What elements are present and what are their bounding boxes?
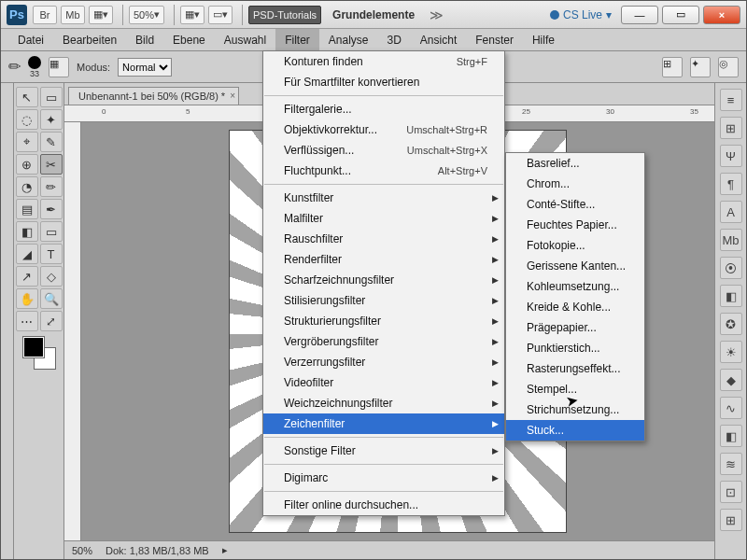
tool-5[interactable]: ✎ xyxy=(40,132,63,152)
menu-item[interactable]: Scharfzeichnungsfilter xyxy=(263,270,504,290)
opt-icon-1[interactable]: ⊞ xyxy=(662,57,683,77)
tool-12[interactable]: ◧ xyxy=(16,221,38,242)
menu-item[interactable]: Zeichenfilter xyxy=(263,413,504,434)
menu-item[interactable]: Sonstige Filter xyxy=(263,441,504,461)
submenu-item[interactable]: Feuchtes Papier... xyxy=(506,215,644,235)
menu-analyse[interactable]: Analyse xyxy=(319,29,378,50)
dock-icon-15[interactable]: ⊞ xyxy=(720,509,742,531)
dock-icon-5[interactable]: Mb xyxy=(720,229,742,251)
minimize-button[interactable]: — xyxy=(621,6,658,24)
tool-21[interactable]: ⤢ xyxy=(40,311,63,331)
menu-item[interactable]: Renderfilter xyxy=(263,249,504,270)
dock-icon-4[interactable]: A xyxy=(720,201,742,223)
submenu-item[interactable]: Rasterungseffekt... xyxy=(506,358,644,379)
workspace-preset-button[interactable]: PSD-Tutorials xyxy=(248,6,321,24)
tool-19[interactable]: 🔍 xyxy=(40,288,63,309)
expand-workspaces-icon[interactable]: ≫ xyxy=(430,7,444,22)
tool-13[interactable]: ▭ xyxy=(40,221,63,242)
dock-icon-0[interactable]: ≡ xyxy=(720,89,742,111)
titlebar-chip[interactable]: ▦▾ xyxy=(89,6,113,24)
menu-item[interactable]: Verzerrungsfilter xyxy=(263,352,504,372)
tool-1[interactable]: ▭ xyxy=(40,87,63,107)
dock-icon-6[interactable]: ⦿ xyxy=(720,257,742,279)
dock-icon-14[interactable]: ⊡ xyxy=(720,481,742,503)
tool-17[interactable]: ◇ xyxy=(40,266,63,287)
menu-item[interactable]: Konturen findenStrg+F xyxy=(263,51,504,72)
dock-icon-12[interactable]: ◧ xyxy=(720,425,742,447)
submenu-item[interactable]: Fotokopie... xyxy=(506,235,644,256)
titlebar-chip[interactable]: Mb xyxy=(61,6,85,24)
menu-item[interactable]: Rauschfilter xyxy=(263,229,504,249)
foreground-swatch[interactable] xyxy=(23,337,44,357)
tool-3[interactable]: ✦ xyxy=(40,109,63,130)
menu-hilfe[interactable]: Hilfe xyxy=(523,29,564,50)
tool-6[interactable]: ⊕ xyxy=(16,154,38,175)
menu-item[interactable]: Kunstfilter xyxy=(263,188,504,208)
tool-15[interactable]: T xyxy=(40,244,63,264)
status-docsize[interactable]: Dok: 1,83 MB/1,83 MB xyxy=(106,545,209,556)
menu-3d[interactable]: 3D xyxy=(378,29,411,50)
submenu-item[interactable]: Gerissene Kanten... xyxy=(506,256,644,276)
submenu-item[interactable]: Kohleumsetzung... xyxy=(506,276,644,297)
dock-icon-7[interactable]: ◧ xyxy=(720,285,742,307)
menu-item[interactable]: Filter online durchsuchen... xyxy=(263,495,504,515)
menu-item[interactable]: Fluchtpunkt...Alt+Strg+V xyxy=(263,161,504,181)
color-swatches[interactable] xyxy=(23,337,55,369)
submenu-item[interactable]: Chrom... xyxy=(506,174,644,194)
brush-preview-icon[interactable] xyxy=(28,56,41,69)
menu-datei[interactable]: Datei xyxy=(8,29,53,50)
submenu-item[interactable]: Stuck... xyxy=(506,420,644,441)
dock-icon-11[interactable]: ∿ xyxy=(720,397,742,419)
tool-4[interactable]: ⌖ xyxy=(16,132,38,152)
tool-14[interactable]: ◢ xyxy=(16,244,38,264)
menu-item[interactable]: Weichzeichnungsfilter xyxy=(263,393,504,413)
submenu-item[interactable]: Conté-Stifte... xyxy=(506,194,644,215)
menu-bearbeiten[interactable]: Bearbeiten xyxy=(53,29,126,50)
tool-8[interactable]: ◔ xyxy=(16,176,38,197)
tool-18[interactable]: ✋ xyxy=(16,288,38,309)
close-button[interactable]: × xyxy=(703,6,740,24)
titlebar-chip[interactable]: Br xyxy=(33,6,57,24)
menu-item[interactable]: Filtergalerie... xyxy=(263,99,504,119)
dock-icon-1[interactable]: ⊞ xyxy=(720,117,742,139)
menu-item[interactable]: Stilisierungsfilter xyxy=(263,290,504,311)
dock-icon-9[interactable]: ☀ xyxy=(720,341,742,363)
menu-item[interactable]: Verflüssigen...Umschalt+Strg+X xyxy=(263,140,504,161)
cslive-button[interactable]: CS Live ▾ xyxy=(550,8,612,21)
tool-20[interactable]: ⋯ xyxy=(16,311,38,331)
submenu-item[interactable]: Punktierstich... xyxy=(506,338,644,358)
menu-bild[interactable]: Bild xyxy=(126,29,163,50)
dock-icon-3[interactable]: ¶ xyxy=(720,173,742,195)
menu-ebene[interactable]: Ebene xyxy=(163,29,215,50)
opt-icon-2[interactable]: ✦ xyxy=(690,57,711,77)
menu-item[interactable]: Digimarc xyxy=(263,468,504,488)
tool-16[interactable]: ↗ xyxy=(16,266,38,287)
submenu-item[interactable]: Basrelief... xyxy=(506,153,644,174)
tool-7[interactable]: ✂ xyxy=(40,154,63,175)
tool-11[interactable]: ✒ xyxy=(40,199,63,219)
dock-icon-8[interactable]: ✪ xyxy=(720,313,742,335)
menu-ansicht[interactable]: Ansicht xyxy=(411,29,466,50)
menu-auswahl[interactable]: Auswahl xyxy=(215,29,275,50)
menu-item[interactable]: Videofilter xyxy=(263,372,504,393)
blend-mode-select[interactable]: Normal xyxy=(118,58,172,77)
dock-icon-2[interactable]: Ψ xyxy=(720,145,742,167)
menu-item[interactable]: Malfilter xyxy=(263,208,504,229)
view-grid-icon[interactable]: ▦▾ xyxy=(180,6,204,24)
submenu-item[interactable]: Kreide & Kohle... xyxy=(506,297,644,317)
zoom-dropdown[interactable]: 50% ▾ xyxy=(129,6,164,24)
tool-0[interactable]: ↖ xyxy=(16,87,38,107)
menu-item[interactable]: Objektivkorrektur...Umschalt+Strg+R xyxy=(263,119,504,140)
document-tab[interactable]: Unbenannt-1 bei 50% (RGB/8) *× xyxy=(68,87,239,105)
tool-9[interactable]: ✏ xyxy=(40,176,63,197)
close-tab-icon[interactable]: × xyxy=(230,91,235,101)
tool-2[interactable]: ◌ xyxy=(16,109,38,130)
brush-panel-toggle[interactable]: ▦ xyxy=(49,57,69,77)
menu-filter[interactable]: Filter xyxy=(275,29,319,50)
status-zoom[interactable]: 50% xyxy=(72,545,92,556)
dock-icon-10[interactable]: ◆ xyxy=(720,369,742,391)
submenu-item[interactable]: Prägepapier... xyxy=(506,317,644,338)
view-screen-icon[interactable]: ▭▾ xyxy=(208,6,233,24)
dock-icon-13[interactable]: ≋ xyxy=(720,453,742,475)
menu-item[interactable]: Für Smartfilter konvertieren xyxy=(263,72,504,92)
